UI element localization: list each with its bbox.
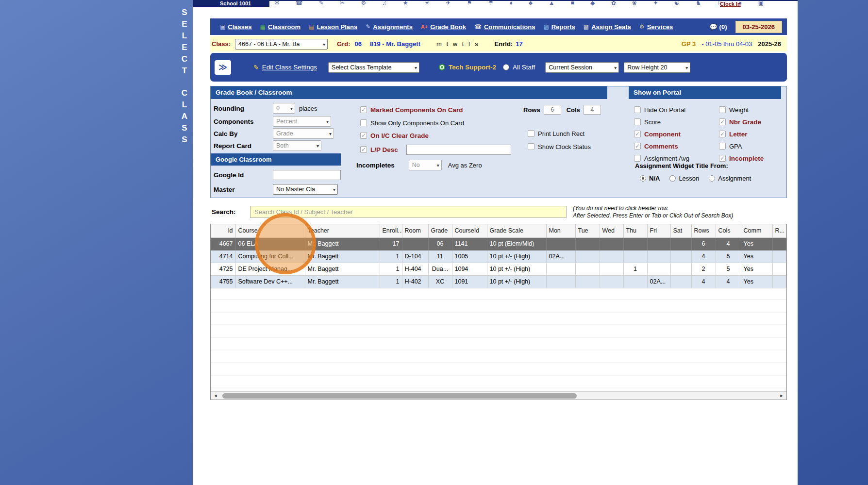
incompletes-select[interactable]: No <box>409 160 442 170</box>
chat-icon: 💬 <box>709 23 717 31</box>
lp-desc-checkbox[interactable] <box>360 146 367 153</box>
col-header-grade[interactable]: Grade <box>428 224 452 237</box>
scroll-left-arrow-icon[interactable] <box>212 392 219 400</box>
row-height-select[interactable]: Row Height 20 <box>624 62 690 73</box>
show-only-components-checkbox[interactable] <box>360 119 367 126</box>
search-note-line2: After Selected, Press Enter or Tab or Cl… <box>573 212 733 219</box>
lp-desc-input[interactable] <box>406 145 511 155</box>
cell-mon <box>546 263 575 275</box>
col-header-fri[interactable]: Fri <box>647 224 670 237</box>
pencil-icon: ✎ <box>253 64 259 71</box>
tech-support-radio[interactable] <box>439 64 445 70</box>
incomplete-checkbox[interactable] <box>719 155 726 162</box>
cell-fri <box>647 263 670 275</box>
rows-input[interactable] <box>544 105 561 115</box>
gp-label: GP 3 <box>682 40 696 48</box>
master-select[interactable]: No Master Cla <box>273 184 338 195</box>
table-row[interactable]: 4755 Software Dev C++... Mr. Baggett 1 H… <box>211 275 786 288</box>
edit-class-settings-link[interactable]: ✎ Edit Class Settings <box>253 64 317 71</box>
incompletes-row: Incompletes No Avg as Zero <box>356 159 482 171</box>
cell-courseid: 1005 <box>452 250 487 263</box>
nav-reports[interactable]: ▨ Reports <box>543 23 575 31</box>
nav-assign-seats[interactable]: ▩ Assign Seats <box>584 23 631 31</box>
all-staff-radio[interactable] <box>503 64 509 70</box>
score-checkbox[interactable] <box>634 118 641 125</box>
calcby-select[interactable]: Grade <box>273 128 334 139</box>
col-header-tue[interactable]: Tue <box>575 224 600 237</box>
col-header-r[interactable]: R... <box>772 224 786 237</box>
col-header-comm[interactable]: Comm <box>741 224 772 237</box>
col-header-id[interactable]: id <box>211 224 235 237</box>
widget-title-lesson-radio[interactable] <box>669 175 676 182</box>
class-select[interactable]: 4667 - 06 ELA - Mr. Ba <box>235 39 328 50</box>
cell-enroll: 1 <box>380 250 402 263</box>
session-select[interactable]: Current Session <box>545 62 619 73</box>
rounding-select[interactable]: 0 <box>273 103 295 114</box>
scroll-right-arrow-icon[interactable] <box>778 392 785 400</box>
rounding-row: Rounding 0 places <box>214 102 317 114</box>
marked-components-checkbox[interactable] <box>360 106 367 113</box>
assignment-avg-checkbox[interactable] <box>634 155 641 162</box>
col-header-enroll[interactable]: Enroll... <box>380 224 402 237</box>
reportcard-select[interactable]: Both <box>273 140 321 151</box>
nav-label: Assignments <box>373 23 413 31</box>
score-row: Score <box>634 116 661 128</box>
nav-assignments[interactable]: ✎ Assignments <box>366 23 413 31</box>
nbr-grade-checkbox[interactable] <box>719 118 726 125</box>
nav-services[interactable]: ⚙ Services <box>639 23 673 31</box>
cols-label: Cols <box>567 106 580 114</box>
search-row: Search: (You do not need to click header… <box>210 205 787 220</box>
print-lunch-checkbox[interactable] <box>528 130 534 137</box>
col-header-grade-scale[interactable]: Grade Scale <box>487 224 546 237</box>
table-row[interactable]: 4714 Computing for Coll... Mr. Baggett 1… <box>211 250 786 263</box>
clock-in-link[interactable]: Clock In <box>720 1 741 7</box>
show-clock-checkbox[interactable] <box>528 143 534 150</box>
components-select[interactable]: Percent <box>273 116 331 127</box>
nav-communications[interactable]: ☎ Communications <box>474 23 535 31</box>
horizontal-scrollbar[interactable] <box>211 391 786 400</box>
nav-grade-book[interactable]: A+ Grade Book <box>421 23 466 31</box>
col-header-wed[interactable]: Wed <box>600 224 623 237</box>
letter-checkbox[interactable] <box>719 131 726 137</box>
col-header-course[interactable]: Course <box>235 224 305 237</box>
cols-input[interactable] <box>584 105 601 115</box>
weight-checkbox[interactable] <box>719 106 726 113</box>
component-checkbox[interactable] <box>634 131 641 137</box>
col-header-courseid[interactable]: CourseId <box>452 224 487 237</box>
nav-classroom[interactable]: ▦ Classroom <box>260 23 301 31</box>
assign-seats-icon: ▩ <box>584 23 589 30</box>
cell-teacher: Mr. Baggett <box>305 237 380 250</box>
class-template-select[interactable]: Select Class Template <box>328 62 419 73</box>
col-header-room[interactable]: Room <box>402 224 428 237</box>
widget-title-assignment-radio[interactable] <box>709 175 715 182</box>
nav-lesson-plans[interactable]: ▤ Lesson Plans <box>309 23 357 31</box>
cell-course: 06 ELA <box>235 237 305 250</box>
cell-teacher: Mr. Baggett <box>305 263 380 275</box>
date-button[interactable]: 03-25-2026 <box>735 21 783 33</box>
col-header-rows[interactable]: Rows <box>691 224 716 237</box>
scrollbar-thumb[interactable] <box>222 393 577 399</box>
col-header-teacher[interactable]: Teacher <box>305 224 380 237</box>
master-row: Master No Master Cla <box>214 184 338 195</box>
gpa-checkbox[interactable] <box>719 143 726 150</box>
col-header-sat[interactable]: Sat <box>670 224 691 237</box>
ic-clear-grade-checkbox[interactable] <box>360 132 367 139</box>
app-icons-row[interactable]: ✉ ☎ ✎ ✂ ⚙ ♫ ★ ☀ ✈ ⚑ ☂ ♦ ♣ ▲ ■ ◆ ✿ ❀ ✦ ☯ … <box>274 1 771 6</box>
nav-classes[interactable]: ▣ Classes <box>220 23 252 31</box>
widget-title-na-radio[interactable] <box>640 175 646 182</box>
calcby-row: Calc By Grade <box>214 128 334 139</box>
expand-button[interactable]: ≫ <box>215 60 231 75</box>
ic-clear-grade-label: On I/C Clear Grade <box>370 132 429 139</box>
col-header-cols[interactable]: Cols <box>716 224 741 237</box>
table-row-selected[interactable]: 4667 06 ELA Mr. Baggett 17 06 1141 10 pt… <box>211 237 786 250</box>
hide-on-portal-checkbox[interactable] <box>634 106 641 113</box>
table-row[interactable]: 4725 DE Project Manag... Mr. Baggett 1 H… <box>211 263 786 275</box>
chat-button[interactable]: 💬 (0) <box>709 23 727 31</box>
col-header-thu[interactable]: Thu <box>623 224 647 237</box>
search-input[interactable] <box>250 206 567 218</box>
googleid-input[interactable] <box>273 170 341 180</box>
comments-checkbox[interactable] <box>634 143 641 150</box>
col-header-mon[interactable]: Mon <box>546 224 575 237</box>
portal-panel-header: Show on Portal <box>629 86 781 99</box>
places-label: places <box>299 105 317 112</box>
